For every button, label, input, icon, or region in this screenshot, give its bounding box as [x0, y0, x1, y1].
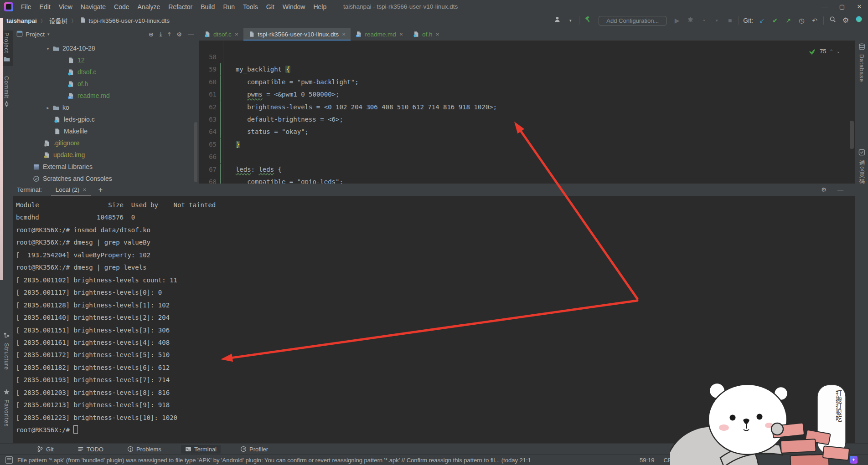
menu-analyze[interactable]: Analyze — [134, 0, 165, 14]
tree-item[interactable]: ▸ko — [13, 102, 199, 113]
menu-view[interactable]: View — [55, 0, 77, 14]
terminal-output[interactable]: Module Size Used by Not taintedbcmdhd 10… — [13, 196, 855, 443]
tab-close-icon[interactable]: ✕ — [399, 32, 403, 37]
tool-window-button-terminal[interactable]: Terminal — [181, 445, 221, 454]
tool-window-button-problems[interactable]: Problems — [123, 445, 165, 454]
tree-item[interactable]: dtsof.c — [13, 66, 199, 78]
editor-tab[interactable]: tspi-rk3566-user-v10-linux.dts✕ — [243, 28, 351, 41]
chevron-down-icon[interactable]: ▾ — [566, 14, 575, 27]
tree-item[interactable]: Scratches and Consoles — [13, 173, 199, 184]
tree-item[interactable]: leds-gpio.c — [13, 113, 199, 125]
breadcrumb-item[interactable]: 设备树 — [49, 16, 68, 25]
close-button[interactable]: ✕ — [851, 0, 868, 14]
folder-icon — [52, 45, 59, 52]
caret-position[interactable]: 59:19 — [640, 457, 655, 464]
debug-button[interactable] — [686, 14, 695, 27]
menu-edit[interactable]: Edit — [36, 0, 55, 14]
search-everywhere-button[interactable] — [828, 14, 837, 27]
editor-scrollbar[interactable] — [850, 121, 854, 149]
menu-refactor[interactable]: Refactor — [164, 0, 196, 14]
menu-window[interactable]: Window — [279, 0, 310, 14]
status-message[interactable]: File pattern '*.apk' (from 'bundled' plu… — [17, 457, 531, 464]
tool-window-button-todo[interactable]: TODO — [73, 445, 108, 454]
editor-tab[interactable]: of.h✕ — [408, 28, 444, 41]
locate-file-icon[interactable]: ⊕ — [149, 31, 154, 38]
tree-item[interactable]: .gitignore — [13, 137, 199, 149]
terminal-prompt-line[interactable]: root@RK356X:/# — [16, 424, 78, 436]
code-segment: compatible = "gpio-leds"; — [228, 178, 343, 184]
project-scrollbar[interactable] — [194, 122, 197, 182]
search-icon — [829, 16, 836, 23]
tool-window-button-git[interactable]: Git — [33, 445, 58, 454]
breadcrumb-item[interactable]: taishanpai — [6, 17, 37, 24]
ai-plugin-icon[interactable] — [854, 14, 863, 27]
editor-tab[interactable]: MDreadme.md✕ — [351, 28, 408, 41]
gear-icon[interactable]: ⚙ — [821, 186, 827, 193]
tool-strip-button-structure[interactable]: Structure — [0, 330, 13, 372]
project-tab-icon — [16, 31, 23, 37]
chevron-down-icon[interactable]: ▾ — [43, 46, 52, 51]
tree-item[interactable]: ▾2024-10-28 — [13, 42, 199, 54]
menu-help[interactable]: Help — [309, 0, 331, 14]
rollback-button[interactable]: ↶ — [810, 14, 819, 27]
tool-window-button-profiler[interactable]: Profiler — [236, 445, 272, 454]
line-ending[interactable]: CRLF — [664, 457, 679, 464]
profile-button[interactable]: ◔ — [699, 14, 708, 27]
tree-item[interactable]: MDreadme.md — [13, 90, 199, 102]
tree-item[interactable]: Makefile — [13, 125, 199, 137]
tree-item[interactable]: 12 — [13, 54, 199, 66]
ai-assistant-icon[interactable] — [850, 456, 858, 464]
terminal-tab-local[interactable]: Local (2) ✕ — [54, 184, 88, 196]
git-icon — [37, 446, 43, 452]
minimize-button[interactable]: — — [816, 0, 833, 14]
git-update-button[interactable]: ↙ — [757, 14, 766, 27]
editor-tab[interactable]: dtsof.c✕ — [199, 28, 243, 41]
next-problem-icon[interactable]: ⌄ — [837, 49, 840, 54]
menu-navigate[interactable]: Navigate — [77, 0, 110, 14]
tool-strip-button-database[interactable]: Database — [855, 41, 868, 84]
prev-problem-icon[interactable]: ⌃ — [829, 49, 833, 54]
settings-gear-icon[interactable]: ⚙ — [841, 14, 850, 27]
hide-panel-icon[interactable]: — — [188, 31, 194, 38]
chevron-down-icon[interactable]: ▾ — [712, 14, 721, 27]
tab-close-icon[interactable]: ✕ — [235, 32, 238, 37]
add-configuration-button[interactable]: Add Configuration... — [599, 16, 666, 26]
tool-strip-button-favorites[interactable]: Favorites — [0, 387, 13, 429]
tree-item[interactable]: of.h — [13, 78, 199, 90]
maximize-button[interactable]: ▢ — [833, 0, 851, 14]
hide-panel-icon[interactable]: — — [837, 186, 843, 193]
run-button[interactable]: ▶ — [672, 14, 682, 27]
inspections-widget: 75 ⌃ ⌄ — [809, 48, 840, 55]
close-icon[interactable]: ✕ — [83, 187, 86, 192]
expand-all-icon[interactable]: ⤓ — [160, 31, 162, 38]
tool-strip-button-tongyi[interactable]: 通义灵码 — [855, 147, 868, 186]
menu-tools[interactable]: Tools — [239, 0, 262, 14]
indent-setting[interactable]: 4 sp — [714, 457, 725, 464]
tab-close-icon[interactable]: ✕ — [436, 32, 439, 37]
gear-icon[interactable]: ⚙ — [176, 31, 182, 38]
collapse-all-icon[interactable]: ⤒ — [168, 31, 171, 38]
git-push-button[interactable]: ↗ — [784, 14, 793, 27]
tab-close-icon[interactable]: ✕ — [342, 32, 346, 37]
tree-item[interactable]: External Libraries — [13, 161, 199, 173]
breadcrumb-item[interactable]: tspi-rk3566-user-v10-linux.dts — [88, 17, 170, 24]
stop-button[interactable]: ■ — [725, 14, 734, 27]
git-commit-button[interactable]: ✔ — [770, 14, 780, 27]
project-panel-title[interactable]: Project — [26, 31, 45, 38]
code-editor[interactable]: 75 ⌃ ⌄ 5859 my_backlight {60 compatible … — [199, 41, 855, 184]
menu-build[interactable]: Build — [196, 0, 219, 14]
tree-item[interactable]: update.img — [13, 149, 199, 161]
ai-icon — [855, 15, 863, 23]
menu-git[interactable]: Git — [262, 0, 279, 14]
chevron-down-icon[interactable]: ▾ — [47, 32, 50, 36]
new-terminal-icon[interactable]: + — [98, 186, 103, 194]
file-encoding[interactable]: UTF-8 — [688, 457, 705, 464]
build-hammer-button[interactable] — [584, 14, 593, 27]
event-log-icon[interactable] — [5, 456, 13, 464]
menu-code[interactable]: Code — [110, 0, 133, 14]
chevron-right-icon[interactable]: ▸ — [43, 105, 52, 110]
user-icon[interactable] — [553, 14, 562, 27]
menu-run[interactable]: Run — [219, 0, 239, 14]
menu-file[interactable]: File — [17, 0, 36, 14]
history-button[interactable]: ◷ — [797, 14, 806, 27]
